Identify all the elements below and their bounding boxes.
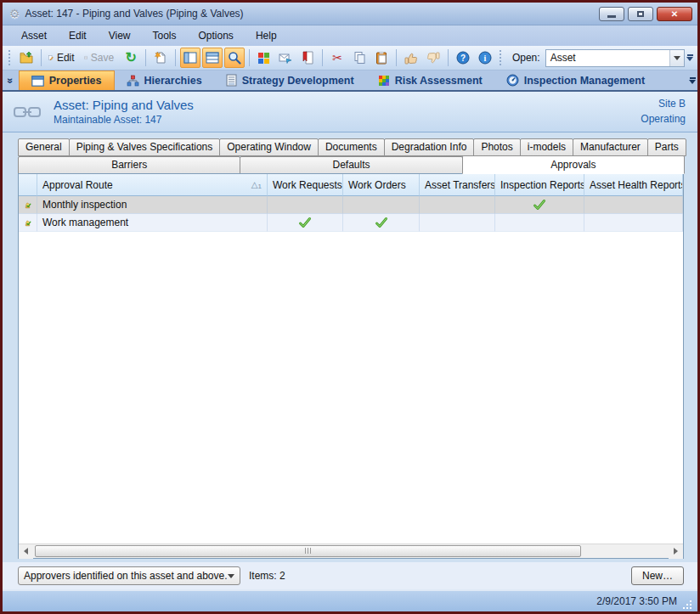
linked-asset-icon (13, 104, 42, 121)
open-label: Open: (512, 52, 540, 64)
bookmark-button[interactable] (297, 48, 318, 68)
header-work-orders[interactable]: Work Orders (343, 174, 420, 196)
close-button[interactable]: ✕ (657, 7, 692, 21)
toolbar-grip-2[interactable] (500, 50, 503, 65)
windows-app-button[interactable] (253, 48, 274, 68)
horizontal-scrollbar[interactable] (19, 544, 683, 558)
save-icon (84, 51, 88, 65)
toolbar-grip[interactable] (8, 50, 12, 65)
tab-parts[interactable]: Parts (647, 138, 686, 156)
tab-properties-label: Properties (49, 75, 102, 87)
header-inspection-reports[interactable]: Inspection Reports (495, 174, 584, 196)
tab-risk-assessment[interactable]: Risk Assessment (366, 70, 494, 90)
resize-grip[interactable] (682, 600, 692, 610)
tab-piping-valves-specifications[interactable]: Piping & Valves Specifications (69, 138, 221, 156)
tab-barriers[interactable]: Barriers (18, 156, 240, 174)
open-item-button[interactable] (16, 48, 37, 68)
copy-button[interactable] (349, 48, 370, 68)
status-bar: 2/9/2017 3:50 PM (3, 589, 697, 611)
edit-button[interactable]: Edit (46, 48, 80, 68)
refresh-button[interactable]: ↻ (121, 48, 141, 68)
header-approval-route[interactable]: Approval Route △1 (37, 174, 268, 196)
tab-hierarchies[interactable]: Hierarchies (115, 70, 214, 90)
tab-inspection-management[interactable]: Inspection Management (494, 70, 657, 90)
check-icon (533, 199, 546, 211)
tab-manufacturer[interactable]: Manufacturer (573, 138, 648, 156)
header-work-requests[interactable]: Work Requests (268, 174, 343, 196)
new-button[interactable]: New… (631, 566, 684, 585)
layout-vertical-split-button[interactable] (180, 48, 200, 68)
open-combobox-dropdown[interactable] (669, 50, 684, 66)
tab-approvals[interactable]: Approvals (462, 155, 685, 174)
table-row[interactable]: Monthly inspection (19, 196, 683, 214)
approval-route-name: Work management (42, 217, 128, 228)
tab-defaults[interactable]: Defaults (240, 156, 462, 174)
table-empty-area (19, 232, 683, 544)
paste-button[interactable] (371, 48, 392, 68)
header-icon-column (19, 174, 37, 196)
asset-header: Asset: Piping and Valves Maintainable As… (3, 92, 697, 132)
properties-window-icon (31, 76, 44, 87)
tab-inspection-management-label: Inspection Management (524, 75, 645, 87)
footer-bar: Approvers identified on this asset and a… (3, 562, 697, 589)
approve-button[interactable] (401, 48, 421, 68)
app-gear-icon: ⚙ (9, 7, 20, 20)
state-label: Operating (641, 112, 686, 127)
nav-tab-strip: » Properties Hierarchies (3, 70, 697, 92)
svg-text:i: i (483, 54, 486, 63)
scissors-icon: ✂ (332, 52, 342, 64)
menu-tools[interactable]: Tools (143, 27, 187, 44)
inspection-gauge-icon (506, 74, 519, 87)
table-row[interactable]: Work management (19, 214, 683, 232)
open-combobox-value: Asset (546, 52, 669, 64)
edit-icon (48, 51, 54, 65)
tab-general[interactable]: General (18, 138, 70, 156)
header-asset-health-reports[interactable]: Asset Health Reports (584, 174, 683, 196)
tab-photos[interactable]: Photos (473, 138, 520, 156)
scroll-right-button[interactable] (669, 544, 683, 559)
new-document-button[interactable] (150, 48, 171, 68)
tab-documents[interactable]: Documents (318, 138, 385, 156)
send-mail-icon (279, 52, 292, 64)
send-button[interactable] (275, 48, 296, 68)
restore-button[interactable] (628, 7, 653, 21)
menu-options[interactable]: Options (189, 27, 244, 44)
check-icon (298, 217, 312, 228)
menu-help[interactable]: Help (246, 27, 287, 44)
toolbar-overflow-button[interactable] (686, 48, 694, 68)
save-button-label: Save (91, 52, 114, 64)
approvals-panel: Approval Route △1 Work Requests Work Ord… (18, 173, 684, 559)
tab-i-models[interactable]: i-models (520, 138, 573, 156)
site-label: Site B (641, 97, 686, 111)
info-button[interactable]: i (475, 48, 495, 68)
thumbs-up-icon (404, 52, 418, 65)
scroll-left-button[interactable] (19, 544, 33, 559)
collapse-chevron-icon[interactable]: » (4, 77, 16, 83)
menu-edit[interactable]: Edit (59, 27, 97, 44)
tab-operating-window[interactable]: Operating Window (219, 138, 319, 156)
hierarchies-icon (127, 75, 139, 87)
items-count-label: Items: 2 (249, 570, 285, 582)
menu-view[interactable]: View (99, 27, 141, 44)
navstrip-overflow-button[interactable] (687, 70, 697, 91)
header-asset-transfers[interactable]: Asset Transfers (420, 174, 495, 196)
help-button[interactable]: ? (453, 48, 473, 68)
tab-strategy-development-label: Strategy Development (242, 75, 354, 87)
layout-horizontal-split-button[interactable] (202, 48, 223, 68)
menu-asset[interactable]: Asset (11, 27, 57, 44)
magnifier-icon (228, 51, 241, 65)
detail-tabs-row-2: Barriers Defaults Approvals (18, 156, 684, 174)
scrollbar-track[interactable] (33, 544, 669, 559)
approvers-filter-dropdown[interactable]: Approvers identified on this asset and a… (18, 566, 240, 585)
tab-degradation-info[interactable]: Degradation Info (384, 138, 475, 156)
scrollbar-thumb[interactable] (35, 545, 581, 557)
asset-title: Asset: Piping and Valves (54, 98, 629, 112)
save-button[interactable]: Save (82, 48, 120, 68)
cut-button[interactable]: ✂ (327, 48, 347, 68)
zoom-button[interactable] (224, 48, 245, 68)
tab-strategy-development[interactable]: Strategy Development (214, 70, 366, 90)
tab-properties[interactable]: Properties (19, 70, 115, 90)
reject-button[interactable] (423, 48, 443, 68)
minimize-button[interactable] (599, 7, 624, 21)
open-combobox[interactable]: Asset (545, 49, 685, 67)
